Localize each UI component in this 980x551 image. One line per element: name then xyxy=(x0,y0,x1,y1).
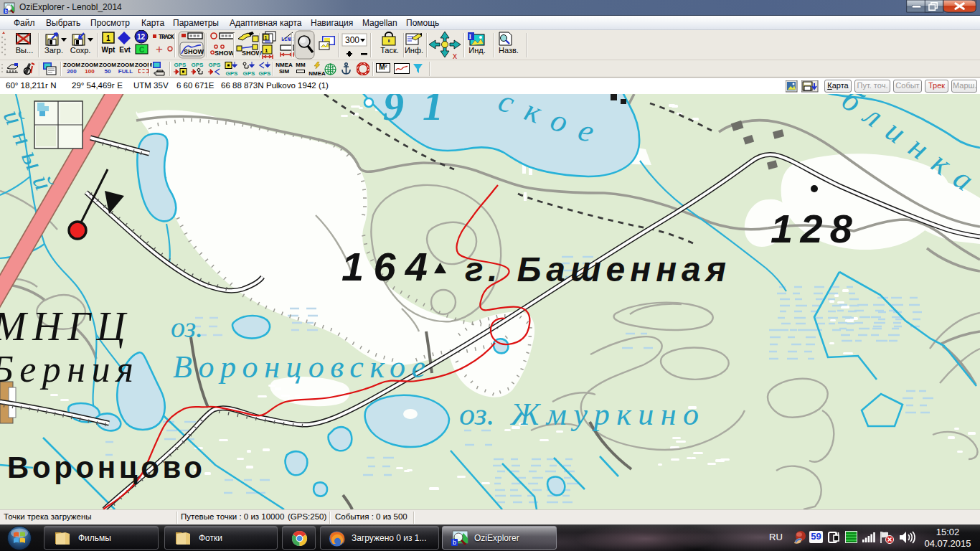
svg-text:оз.: оз. xyxy=(171,311,203,344)
svg-text:128: 128 xyxy=(771,206,853,251)
svg-text:x: x xyxy=(453,51,457,60)
svg-text:164: 164 xyxy=(341,244,428,289)
svg-text:Воронцово: Воронцово xyxy=(7,451,202,484)
svg-text:300: 300 xyxy=(345,35,359,45)
svg-text:оз.: оз. xyxy=(459,397,495,432)
svg-text:SHOW: SHOW xyxy=(215,50,235,57)
svg-text:1: 1 xyxy=(106,34,110,42)
svg-text:b: b xyxy=(453,539,456,546)
svg-text:C: C xyxy=(139,46,144,54)
svg-text:1: 1 xyxy=(265,35,268,40)
svg-text:SHOW: SHOW xyxy=(184,48,204,55)
svg-text:Жмуркино: Жмуркино xyxy=(509,397,699,432)
svg-text:b: b xyxy=(5,9,8,14)
svg-text:12: 12 xyxy=(137,33,146,41)
svg-text:+: + xyxy=(156,42,163,56)
svg-text:г. Башенная: г. Башенная xyxy=(465,250,726,288)
svg-text:1: 1 xyxy=(265,47,268,54)
svg-text:TRACK: TRACK xyxy=(159,34,174,41)
svg-text:I: I xyxy=(469,33,472,40)
